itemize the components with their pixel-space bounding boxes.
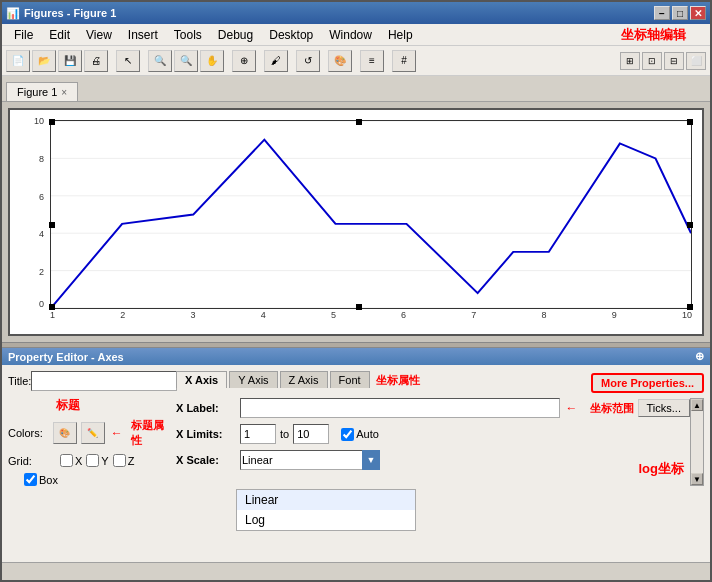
more-properties-button[interactable]: More Properties... (591, 373, 704, 393)
handle-top-center[interactable] (356, 119, 362, 125)
tb-legend[interactable]: ≡ (360, 50, 384, 72)
plot-container: 10 8 6 4 2 0 (8, 108, 704, 336)
xscale-input[interactable] (240, 450, 380, 470)
window-title: Figures - Figure 1 (24, 7, 654, 19)
menu-tools[interactable]: Tools (166, 26, 210, 44)
menu-bar: File Edit View Insert Tools Debug Deskto… (2, 24, 710, 46)
close-button[interactable]: ✕ (690, 6, 706, 20)
log-annotation: log坐标 (639, 460, 685, 478)
tab-bar: Figure 1 × (2, 76, 710, 102)
top-right-buttons: ⊞ ⊡ ⊟ ⬜ (620, 52, 706, 70)
handle-bottom-left[interactable] (49, 304, 55, 310)
dropdown-item-log[interactable]: Log (237, 510, 415, 530)
tab-z-axis[interactable]: Z Axis (280, 371, 328, 388)
title-input[interactable] (31, 371, 177, 391)
xscale-wrapper: ▼ (240, 450, 380, 470)
grid-y-checkbox[interactable] (86, 454, 99, 467)
xlimits-row: X Limits: to Auto (176, 424, 690, 444)
property-editor-header: Property Editor - Axes ⊕ (2, 348, 710, 365)
property-editor-body: Title: ← 标题 Colors: 🎨 ✏️ ← 标题属性 Grid: (8, 371, 704, 486)
y-tick-0: 0 (39, 299, 44, 309)
tb-datacursor[interactable]: ⊕ (232, 50, 256, 72)
y-tick-10: 10 (34, 116, 44, 126)
auto-checkbox[interactable] (341, 428, 354, 441)
tb-zoom-in[interactable]: 🔍 (148, 50, 172, 72)
menu-debug[interactable]: Debug (210, 26, 261, 44)
ticks-button[interactable]: Ticks... (638, 399, 690, 417)
tab-figure1[interactable]: Figure 1 × (6, 82, 78, 101)
menu-file[interactable]: File (6, 26, 41, 44)
minimize-button[interactable]: − (654, 6, 670, 20)
handle-bottom-right[interactable] (687, 304, 693, 310)
title-row: Title: ← (8, 371, 168, 391)
annotation-title: 标题 (56, 398, 80, 412)
grid-x-label: X (60, 454, 82, 467)
toolbar: 📄 📂 💾 🖨 ↖ 🔍 🔍 ✋ ⊕ 🖌 ↺ 🎨 ≡ # ⊞ ⊡ ⊟ ⬜ (2, 46, 710, 76)
grid-z-checkbox[interactable] (113, 454, 126, 467)
menu-view[interactable]: View (78, 26, 120, 44)
maximize-button[interactable]: □ (672, 6, 688, 20)
tb-grid[interactable]: # (392, 50, 416, 72)
xlabel-row: X Label: ← 坐标范围 Ticks... (176, 398, 690, 418)
box-label: Box (24, 473, 58, 486)
window-icon: 📊 (6, 7, 20, 20)
title-bar-buttons: − □ ✕ (654, 6, 706, 20)
layout-btn-2[interactable]: ⊡ (642, 52, 662, 70)
scrollbar: ▲ ▼ (690, 398, 704, 486)
xlimits-to-input[interactable] (293, 424, 329, 444)
handle-mid-right[interactable] (687, 222, 693, 228)
dropdown-item-linear[interactable]: Linear (237, 490, 415, 510)
x-tick-8: 8 (542, 310, 547, 320)
help-icon[interactable]: ⊕ (695, 350, 704, 363)
tb-new[interactable]: 📄 (6, 50, 30, 72)
colors-row: Colors: 🎨 ✏️ ← 标题属性 (8, 418, 168, 448)
axis-tab-header: X Axis Y Axis Z Axis Font 坐标属性 More Prop… (176, 371, 704, 394)
tab-x-axis[interactable]: X Axis (176, 371, 227, 388)
tb-brush[interactable]: 🖌 (264, 50, 288, 72)
grid-x-checkbox[interactable] (60, 454, 73, 467)
menu-insert[interactable]: Insert (120, 26, 166, 44)
scroll-up-button[interactable]: ▲ (691, 399, 703, 411)
annotation-axis-props: 坐标属性 (376, 373, 420, 388)
layout-btn-4[interactable]: ⬜ (686, 52, 706, 70)
tb-colormap[interactable]: 🎨 (328, 50, 352, 72)
annotation-title-props: 标题属性 (131, 418, 168, 448)
left-panel: Title: ← 标题 Colors: 🎨 ✏️ ← 标题属性 Grid: (8, 371, 168, 486)
tab-font[interactable]: Font (330, 371, 370, 388)
xscale-label: X Scale: (176, 454, 236, 466)
menu-desktop[interactable]: Desktop (261, 26, 321, 44)
grid-row: Grid: X Y Z (8, 454, 168, 467)
handle-top-left[interactable] (49, 119, 55, 125)
plot-inner (50, 120, 692, 309)
color-btn-2[interactable]: ✏️ (81, 422, 105, 444)
window-container: 📊 Figures - Figure 1 − □ ✕ File Edit Vie… (0, 0, 712, 582)
color-btn-1[interactable]: 🎨 (53, 422, 77, 444)
handle-mid-left[interactable] (49, 222, 55, 228)
xlabel-input[interactable] (240, 398, 560, 418)
scroll-down-button[interactable]: ▼ (691, 473, 703, 485)
xlimits-from-input[interactable] (240, 424, 276, 444)
tb-pan[interactable]: ✋ (200, 50, 224, 72)
tb-zoom-out[interactable]: 🔍 (174, 50, 198, 72)
menu-window[interactable]: Window (321, 26, 380, 44)
y-tick-2: 2 (39, 267, 44, 277)
tb-open[interactable]: 📂 (32, 50, 56, 72)
layout-btn-1[interactable]: ⊞ (620, 52, 640, 70)
menu-help[interactable]: Help (380, 26, 421, 44)
menu-edit[interactable]: Edit (41, 26, 78, 44)
scroll-track[interactable] (691, 411, 703, 473)
tb-pointer[interactable]: ↖ (116, 50, 140, 72)
x-tick-6: 6 (401, 310, 406, 320)
box-checkbox[interactable] (24, 473, 37, 486)
tb-print[interactable]: 🖨 (84, 50, 108, 72)
layout-btn-3[interactable]: ⊟ (664, 52, 684, 70)
handle-top-right[interactable] (687, 119, 693, 125)
right-panel: X Axis Y Axis Z Axis Font 坐标属性 More Prop… (176, 371, 704, 486)
tab-close-icon[interactable]: × (61, 87, 67, 98)
tb-save[interactable]: 💾 (58, 50, 82, 72)
box-row: Box (24, 473, 168, 486)
handle-bottom-center[interactable] (356, 304, 362, 310)
tab-y-axis[interactable]: Y Axis (229, 371, 277, 388)
tb-rotate[interactable]: ↺ (296, 50, 320, 72)
x-tick-3: 3 (190, 310, 195, 320)
